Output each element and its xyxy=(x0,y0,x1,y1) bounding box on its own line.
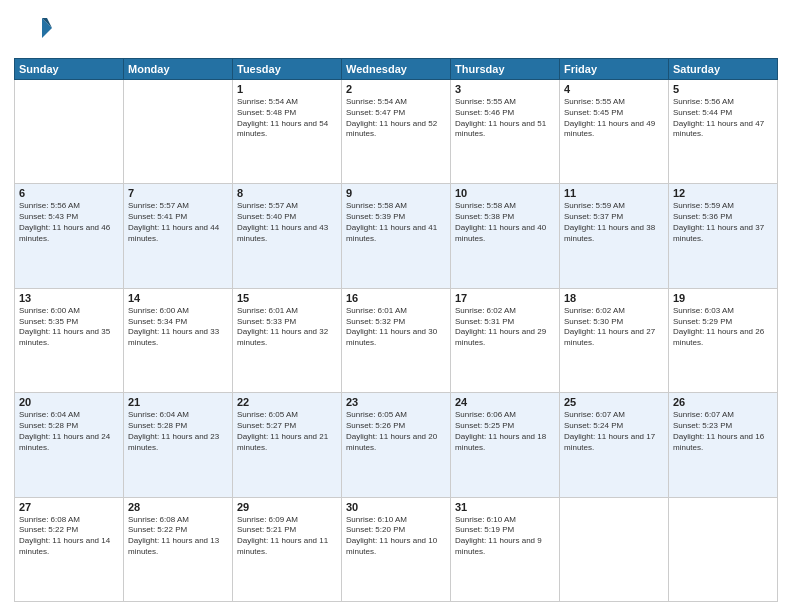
calendar-cell: 14Sunrise: 6:00 AMSunset: 5:34 PMDayligh… xyxy=(124,288,233,392)
header xyxy=(14,10,778,50)
logo-icon xyxy=(14,10,54,50)
day-info: Sunrise: 5:59 AMSunset: 5:36 PMDaylight:… xyxy=(673,201,773,244)
day-number: 15 xyxy=(237,292,337,304)
day-number: 21 xyxy=(128,396,228,408)
day-number: 18 xyxy=(564,292,664,304)
calendar-cell: 2Sunrise: 5:54 AMSunset: 5:47 PMDaylight… xyxy=(342,80,451,184)
day-info: Sunrise: 6:09 AMSunset: 5:21 PMDaylight:… xyxy=(237,515,337,558)
day-number: 27 xyxy=(19,501,119,513)
calendar-cell: 5Sunrise: 5:56 AMSunset: 5:44 PMDaylight… xyxy=(669,80,778,184)
calendar-cell: 3Sunrise: 5:55 AMSunset: 5:46 PMDaylight… xyxy=(451,80,560,184)
day-number: 20 xyxy=(19,396,119,408)
day-info: Sunrise: 6:07 AMSunset: 5:23 PMDaylight:… xyxy=(673,410,773,453)
calendar-cell: 17Sunrise: 6:02 AMSunset: 5:31 PMDayligh… xyxy=(451,288,560,392)
week-row-1: 1Sunrise: 5:54 AMSunset: 5:48 PMDaylight… xyxy=(15,80,778,184)
calendar-table: SundayMondayTuesdayWednesdayThursdayFrid… xyxy=(14,58,778,602)
day-info: Sunrise: 5:58 AMSunset: 5:39 PMDaylight:… xyxy=(346,201,446,244)
calendar-cell: 12Sunrise: 5:59 AMSunset: 5:36 PMDayligh… xyxy=(669,184,778,288)
day-info: Sunrise: 6:05 AMSunset: 5:26 PMDaylight:… xyxy=(346,410,446,453)
day-info: Sunrise: 6:02 AMSunset: 5:30 PMDaylight:… xyxy=(564,306,664,349)
day-number: 11 xyxy=(564,187,664,199)
day-number: 17 xyxy=(455,292,555,304)
day-number: 14 xyxy=(128,292,228,304)
week-row-3: 13Sunrise: 6:00 AMSunset: 5:35 PMDayligh… xyxy=(15,288,778,392)
calendar-cell: 24Sunrise: 6:06 AMSunset: 5:25 PMDayligh… xyxy=(451,393,560,497)
calendar-cell: 31Sunrise: 6:10 AMSunset: 5:19 PMDayligh… xyxy=(451,497,560,601)
day-info: Sunrise: 6:06 AMSunset: 5:25 PMDaylight:… xyxy=(455,410,555,453)
calendar-cell: 16Sunrise: 6:01 AMSunset: 5:32 PMDayligh… xyxy=(342,288,451,392)
week-row-4: 20Sunrise: 6:04 AMSunset: 5:28 PMDayligh… xyxy=(15,393,778,497)
day-number: 25 xyxy=(564,396,664,408)
calendar-cell: 25Sunrise: 6:07 AMSunset: 5:24 PMDayligh… xyxy=(560,393,669,497)
day-info: Sunrise: 6:07 AMSunset: 5:24 PMDaylight:… xyxy=(564,410,664,453)
calendar-cell: 15Sunrise: 6:01 AMSunset: 5:33 PMDayligh… xyxy=(233,288,342,392)
day-info: Sunrise: 6:04 AMSunset: 5:28 PMDaylight:… xyxy=(128,410,228,453)
calendar-cell: 20Sunrise: 6:04 AMSunset: 5:28 PMDayligh… xyxy=(15,393,124,497)
day-info: Sunrise: 5:55 AMSunset: 5:45 PMDaylight:… xyxy=(564,97,664,140)
day-number: 23 xyxy=(346,396,446,408)
day-number: 8 xyxy=(237,187,337,199)
day-number: 13 xyxy=(19,292,119,304)
day-info: Sunrise: 6:05 AMSunset: 5:27 PMDaylight:… xyxy=(237,410,337,453)
day-number: 24 xyxy=(455,396,555,408)
day-number: 9 xyxy=(346,187,446,199)
day-number: 5 xyxy=(673,83,773,95)
day-info: Sunrise: 6:02 AMSunset: 5:31 PMDaylight:… xyxy=(455,306,555,349)
day-number: 22 xyxy=(237,396,337,408)
day-info: Sunrise: 6:01 AMSunset: 5:32 PMDaylight:… xyxy=(346,306,446,349)
day-info: Sunrise: 6:03 AMSunset: 5:29 PMDaylight:… xyxy=(673,306,773,349)
day-number: 31 xyxy=(455,501,555,513)
day-number: 30 xyxy=(346,501,446,513)
day-info: Sunrise: 5:57 AMSunset: 5:41 PMDaylight:… xyxy=(128,201,228,244)
calendar-cell: 7Sunrise: 5:57 AMSunset: 5:41 PMDaylight… xyxy=(124,184,233,288)
calendar-cell xyxy=(669,497,778,601)
calendar-cell: 18Sunrise: 6:02 AMSunset: 5:30 PMDayligh… xyxy=(560,288,669,392)
weekday-tuesday: Tuesday xyxy=(233,59,342,80)
weekday-wednesday: Wednesday xyxy=(342,59,451,80)
page: SundayMondayTuesdayWednesdayThursdayFrid… xyxy=(0,0,792,612)
day-info: Sunrise: 6:04 AMSunset: 5:28 PMDaylight:… xyxy=(19,410,119,453)
calendar-cell: 4Sunrise: 5:55 AMSunset: 5:45 PMDaylight… xyxy=(560,80,669,184)
day-number: 7 xyxy=(128,187,228,199)
logo xyxy=(14,10,58,50)
calendar-cell: 27Sunrise: 6:08 AMSunset: 5:22 PMDayligh… xyxy=(15,497,124,601)
calendar-cell: 30Sunrise: 6:10 AMSunset: 5:20 PMDayligh… xyxy=(342,497,451,601)
calendar-cell xyxy=(560,497,669,601)
day-info: Sunrise: 5:56 AMSunset: 5:44 PMDaylight:… xyxy=(673,97,773,140)
day-number: 16 xyxy=(346,292,446,304)
day-info: Sunrise: 5:56 AMSunset: 5:43 PMDaylight:… xyxy=(19,201,119,244)
day-number: 4 xyxy=(564,83,664,95)
weekday-saturday: Saturday xyxy=(669,59,778,80)
weekday-monday: Monday xyxy=(124,59,233,80)
day-info: Sunrise: 5:57 AMSunset: 5:40 PMDaylight:… xyxy=(237,201,337,244)
day-info: Sunrise: 5:59 AMSunset: 5:37 PMDaylight:… xyxy=(564,201,664,244)
day-number: 26 xyxy=(673,396,773,408)
weekday-header-row: SundayMondayTuesdayWednesdayThursdayFrid… xyxy=(15,59,778,80)
day-info: Sunrise: 6:00 AMSunset: 5:34 PMDaylight:… xyxy=(128,306,228,349)
day-info: Sunrise: 6:10 AMSunset: 5:20 PMDaylight:… xyxy=(346,515,446,558)
day-info: Sunrise: 6:00 AMSunset: 5:35 PMDaylight:… xyxy=(19,306,119,349)
calendar-cell: 19Sunrise: 6:03 AMSunset: 5:29 PMDayligh… xyxy=(669,288,778,392)
day-info: Sunrise: 6:01 AMSunset: 5:33 PMDaylight:… xyxy=(237,306,337,349)
day-number: 2 xyxy=(346,83,446,95)
day-info: Sunrise: 5:58 AMSunset: 5:38 PMDaylight:… xyxy=(455,201,555,244)
day-number: 6 xyxy=(19,187,119,199)
calendar-cell xyxy=(15,80,124,184)
weekday-thursday: Thursday xyxy=(451,59,560,80)
calendar-cell: 28Sunrise: 6:08 AMSunset: 5:22 PMDayligh… xyxy=(124,497,233,601)
calendar-cell: 26Sunrise: 6:07 AMSunset: 5:23 PMDayligh… xyxy=(669,393,778,497)
calendar-cell: 22Sunrise: 6:05 AMSunset: 5:27 PMDayligh… xyxy=(233,393,342,497)
day-number: 28 xyxy=(128,501,228,513)
calendar-cell: 23Sunrise: 6:05 AMSunset: 5:26 PMDayligh… xyxy=(342,393,451,497)
calendar-cell: 13Sunrise: 6:00 AMSunset: 5:35 PMDayligh… xyxy=(15,288,124,392)
calendar-cell: 29Sunrise: 6:09 AMSunset: 5:21 PMDayligh… xyxy=(233,497,342,601)
day-info: Sunrise: 6:08 AMSunset: 5:22 PMDaylight:… xyxy=(19,515,119,558)
week-row-2: 6Sunrise: 5:56 AMSunset: 5:43 PMDaylight… xyxy=(15,184,778,288)
calendar-cell: 1Sunrise: 5:54 AMSunset: 5:48 PMDaylight… xyxy=(233,80,342,184)
calendar-cell: 11Sunrise: 5:59 AMSunset: 5:37 PMDayligh… xyxy=(560,184,669,288)
calendar-cell: 10Sunrise: 5:58 AMSunset: 5:38 PMDayligh… xyxy=(451,184,560,288)
calendar-cell xyxy=(124,80,233,184)
day-info: Sunrise: 5:54 AMSunset: 5:48 PMDaylight:… xyxy=(237,97,337,140)
day-number: 29 xyxy=(237,501,337,513)
day-number: 3 xyxy=(455,83,555,95)
